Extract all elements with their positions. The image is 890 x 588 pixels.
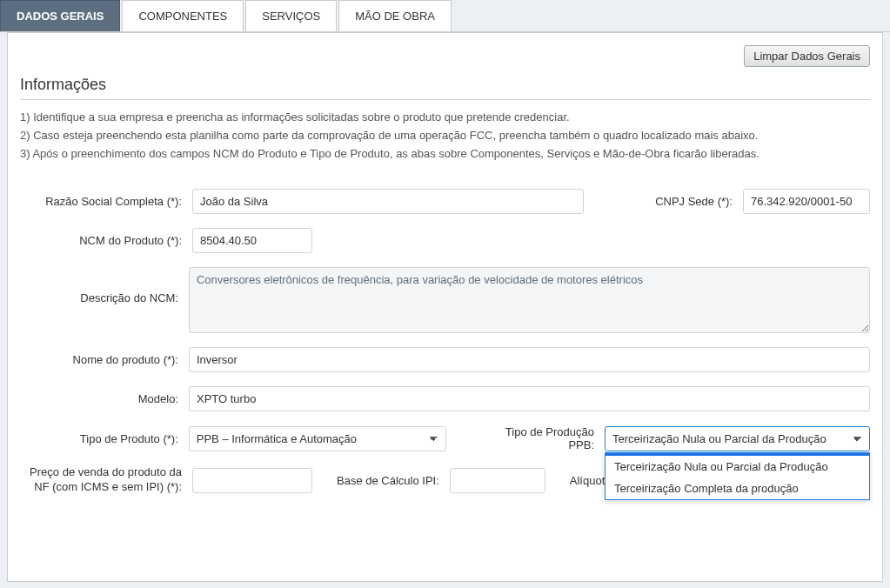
info-section-title: Informações	[20, 76, 870, 94]
nome-produto-label: Nome do produto (*):	[20, 353, 182, 366]
ncm-label: NCM do Produto (*):	[20, 234, 185, 247]
tab-componentes[interactable]: COMPONENTES	[122, 0, 244, 31]
preco-venda-label: Preço de venda do produto da NF (com ICM…	[20, 465, 185, 495]
base-ipi-label: Base de Cálculo IPI:	[337, 474, 443, 487]
limpar-dados-button[interactable]: Limpar Dados Gerais	[744, 45, 870, 67]
form: Razão Social Completa (*): CNPJ Sede (*)…	[20, 189, 870, 495]
tipo-producao-dropdown: Terceirização Nula ou Parcial da Produçã…	[605, 452, 870, 500]
tab-dados-gerais[interactable]: DADOS GERAIS	[0, 0, 120, 31]
dropdown-option-1[interactable]: Terceirização Completa da produção	[606, 478, 869, 499]
main-panel: Limpar Dados Gerais Informações 1) Ident…	[7, 32, 883, 582]
divider	[20, 99, 870, 100]
tab-bar: DADOS GERAIS COMPONENTES SERVIÇOS MÃO DE…	[0, 0, 890, 32]
tab-mao-de-obra[interactable]: MÃO DE OBRA	[338, 0, 452, 31]
modelo-label: Modelo:	[20, 392, 182, 405]
cnpj-label: CNPJ Sede (*):	[655, 195, 736, 208]
info-line3: 3) Após o preenchimento dos campos NCM d…	[20, 145, 870, 164]
info-line1: 1) Identifique a sua empresa e preencha …	[20, 109, 870, 127]
base-ipi-input[interactable]	[450, 468, 545, 493]
razao-social-label: Razão Social Completa (*):	[20, 195, 185, 208]
ncm-input[interactable]	[192, 228, 312, 253]
tipo-produto-select[interactable]: PPB – Informática e Automação	[189, 426, 446, 451]
preco-venda-input[interactable]	[192, 468, 312, 493]
desc-ncm-label: Descrição do NCM:	[20, 267, 182, 304]
tipo-produto-label: Tipo de Produto (*):	[20, 432, 182, 445]
nome-produto-input[interactable]	[189, 347, 870, 372]
desc-ncm-textarea[interactable]: Conversores eletrônicos de frequência, p…	[189, 267, 870, 333]
razao-social-input[interactable]	[192, 189, 584, 214]
cnpj-input[interactable]	[743, 189, 870, 214]
info-line2: 2) Caso esteja preenchendo esta planilha…	[20, 127, 870, 145]
dropdown-option-0[interactable]: Terceirização Nula ou Parcial da Produçã…	[606, 456, 869, 478]
tab-servicos[interactable]: SERVIÇOS	[245, 0, 337, 31]
tipo-producao-label: Tipo de Produção PPB:	[479, 425, 598, 451]
modelo-input[interactable]	[189, 386, 870, 411]
tipo-producao-select[interactable]: Terceirização Nula ou Parcial da Produçã…	[605, 426, 870, 451]
info-text: 1) Identifique a sua empresa e preencha …	[20, 109, 870, 163]
